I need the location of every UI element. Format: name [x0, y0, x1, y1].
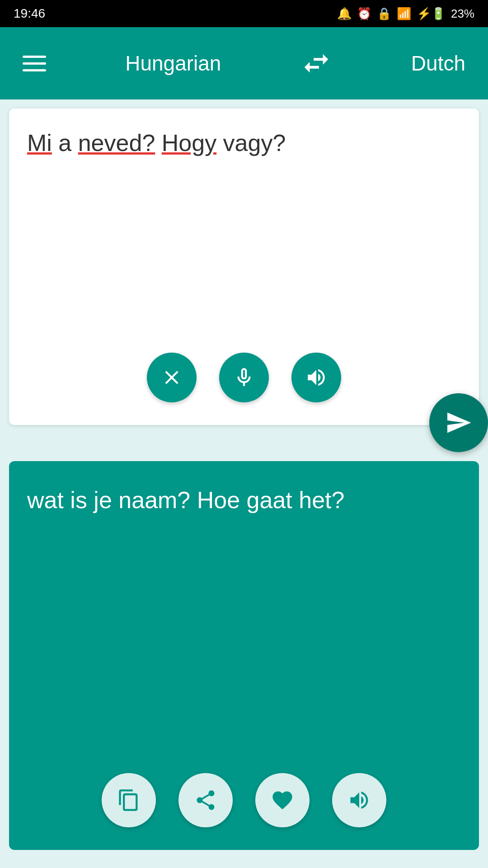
source-speaker-button[interactable] [291, 353, 341, 402]
menu-button[interactable] [23, 56, 46, 71]
status-time: 19:46 [14, 6, 45, 21]
battery-percent: 23% [451, 7, 474, 21]
translation-speaker-button[interactable] [332, 773, 386, 827]
source-text: Mi a neved? Hogy vagy? [27, 127, 461, 344]
source-word-hogy: Hogy [162, 130, 216, 156]
translation-text: wat is je naam? Hoe gaat het? [27, 484, 461, 517]
source-word-mi: Mi [27, 130, 52, 156]
panels-wrapper: Mi a neved? Hogy vagy? [0, 99, 488, 859]
lock-icon: 🔒 [377, 7, 391, 21]
signal-icon: 📶 [397, 7, 411, 21]
translate-button[interactable] [429, 393, 488, 452]
source-word-neved: neved? [78, 130, 155, 156]
swap-languages-button[interactable] [300, 47, 332, 79]
main-content: Mi a neved? Hogy vagy? [0, 99, 488, 868]
battery-icon: ⚡🔋 [417, 7, 446, 21]
status-bar: 19:46 🔔 ⏰ 🔒 📶 ⚡🔋 23% [0, 0, 488, 27]
translation-panel: wat is je naam? Hoe gaat het? [9, 461, 479, 850]
notification-icon: 🔔 [337, 7, 352, 21]
source-panel: Mi a neved? Hogy vagy? [9, 108, 479, 425]
clear-button[interactable] [147, 353, 197, 402]
target-language-selector[interactable]: Dutch [411, 51, 465, 75]
source-language-selector[interactable]: Hungarian [125, 51, 221, 75]
app-header: Hungarian Dutch [0, 27, 488, 99]
share-button[interactable] [178, 773, 233, 827]
microphone-button[interactable] [219, 353, 269, 402]
translation-controls [27, 764, 461, 836]
copy-button[interactable] [102, 773, 156, 827]
alarm-icon: ⏰ [357, 7, 371, 21]
source-controls [27, 344, 461, 411]
favorite-button[interactable] [255, 773, 310, 827]
status-icons: 🔔 ⏰ 🔒 📶 ⚡🔋 23% [337, 7, 474, 21]
